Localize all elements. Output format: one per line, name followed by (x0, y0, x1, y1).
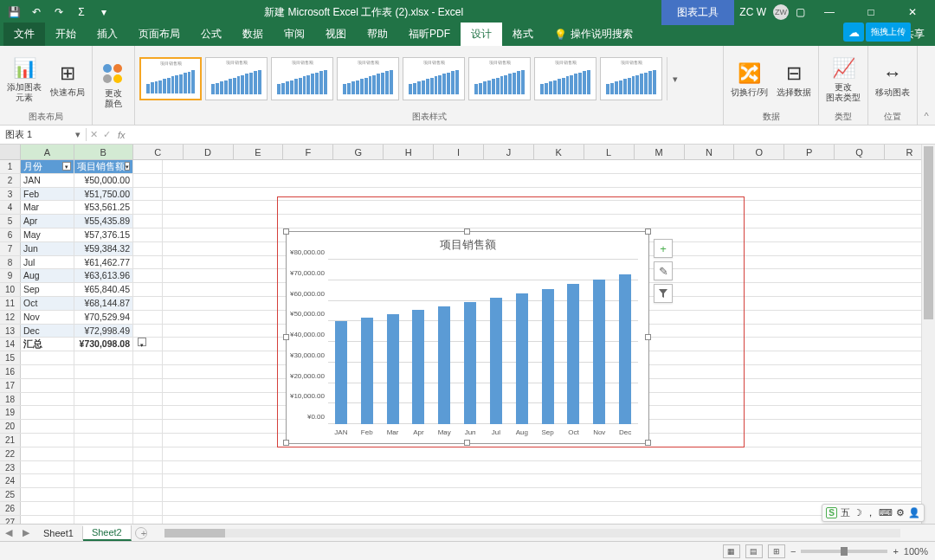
formula-input[interactable] (129, 130, 935, 140)
row-header[interactable]: 4 (0, 201, 21, 214)
row-header[interactable]: 15 (0, 351, 21, 364)
ime-punct-icon[interactable]: ， (866, 506, 875, 519)
enter-formula-icon[interactable]: ✓ (103, 129, 111, 140)
row-header[interactable]: 19 (0, 406, 21, 419)
chart-bar[interactable] (335, 321, 347, 424)
resize-handle[interactable] (464, 229, 470, 235)
name-box[interactable]: 图表 1▾ (0, 128, 87, 141)
spreadsheet-grid[interactable]: ABCDEFGHIJKLMNOPQR 1月份▾项目销售额▾2JAN¥50,000… (0, 145, 935, 524)
column-header-L[interactable]: L (584, 145, 635, 159)
chart-title[interactable]: 项目销售额 (287, 232, 648, 254)
chart-styles-more-icon[interactable]: ▾ (667, 57, 682, 100)
resize-handle[interactable] (283, 334, 289, 340)
cell-month[interactable]: Sep (21, 283, 74, 296)
autosum-icon[interactable]: Σ (73, 3, 90, 21)
chart-bar[interactable] (387, 314, 399, 424)
sheet-nav-prev-icon[interactable]: ◀ (0, 527, 17, 538)
column-header-E[interactable]: E (234, 145, 284, 159)
cell-month[interactable]: Nov (21, 311, 74, 324)
row-header[interactable]: 1 (0, 160, 21, 173)
resize-handle[interactable] (645, 440, 651, 446)
row-header[interactable]: 10 (0, 283, 21, 296)
chart-style-thumb[interactable]: 项目销售额 (403, 57, 465, 100)
cell-value[interactable]: ¥55,435.89 (74, 215, 133, 228)
qat-dropdown-icon[interactable]: ▾ (95, 3, 113, 21)
row-header[interactable]: 9 (0, 269, 21, 282)
resize-handle[interactable] (645, 334, 651, 340)
chart-styles-button[interactable]: ✎ (654, 261, 673, 280)
row-header[interactable]: 7 (0, 242, 21, 255)
sheet-tab-sheet1[interactable]: Sheet1 (35, 526, 83, 540)
chart-style-thumb[interactable]: 项目销售额 (139, 57, 202, 100)
chart-bar[interactable] (412, 310, 424, 424)
cell-month[interactable]: Apr (21, 215, 74, 228)
column-header-D[interactable]: D (184, 145, 234, 159)
column-header-H[interactable]: H (384, 145, 434, 159)
column-header-G[interactable]: G (333, 145, 384, 159)
column-header-F[interactable]: F (283, 145, 333, 159)
user-avatar[interactable]: ZW (773, 4, 789, 20)
column-header-M[interactable]: M (635, 145, 685, 159)
tab-file[interactable]: 文件 (3, 23, 45, 46)
add-chart-element-button[interactable]: 📊添加图表 元素 (3, 53, 45, 105)
chart-plot-area[interactable]: ¥0.00¥10,000.00¥20,000.00¥30,000.00¥40,0… (328, 260, 638, 424)
tab-foxit-pdf[interactable]: 福昕PDF (398, 23, 461, 46)
row-header[interactable]: 12 (0, 311, 21, 324)
cell-month[interactable]: Dec (21, 325, 74, 338)
chart-bar[interactable] (567, 284, 579, 424)
close-button[interactable]: ✕ (895, 0, 930, 24)
cell-value[interactable]: ¥61,462.77 (74, 256, 133, 269)
chart-elements-button[interactable]: + (654, 239, 673, 258)
sheet-nav-next-icon[interactable]: ▶ (17, 527, 35, 538)
ribbon-display-icon[interactable]: ▢ (796, 6, 805, 18)
column-header-C[interactable]: C (133, 145, 184, 159)
page-layout-view-icon[interactable]: ▤ (745, 544, 763, 558)
row-header[interactable]: 21 (0, 434, 21, 447)
cell-month[interactable]: Feb (21, 188, 74, 201)
chart-bar[interactable] (464, 302, 476, 424)
horizontal-scrollbar[interactable] (164, 527, 900, 539)
cell-month[interactable]: Jul (21, 256, 74, 269)
add-sheet-button[interactable]: + (135, 527, 147, 539)
column-header-A[interactable]: A (21, 145, 74, 159)
row-header[interactable]: 16 (0, 365, 21, 378)
cell-month[interactable]: Oct (21, 297, 74, 310)
switch-row-col-button[interactable]: 🔀切换行/列 (727, 58, 771, 100)
zoom-in-button[interactable]: + (893, 546, 898, 557)
tab-review[interactable]: 审阅 (274, 23, 315, 46)
embedded-chart[interactable]: 项目销售额 ¥0.00¥10,000.00¥20,000.00¥30,000.0… (286, 231, 649, 444)
quick-layout-button[interactable]: ⊞快速布局 (47, 58, 88, 100)
chart-bar[interactable] (361, 318, 373, 424)
cell-month[interactable]: Jun (21, 242, 74, 255)
row-header[interactable]: 24 (0, 474, 21, 487)
cell-value[interactable]: ¥63,613.96 (74, 269, 133, 282)
chart-style-thumb[interactable]: 项目销售额 (534, 57, 596, 100)
ime-keyboard-icon[interactable]: ⌨ (879, 507, 893, 518)
table-header-sales[interactable]: 项目销售额▾ (74, 160, 133, 173)
tab-design[interactable]: 设计 (461, 23, 502, 46)
undo-icon[interactable]: ↶ (28, 3, 45, 21)
chart-style-thumb[interactable]: 项目销售额 (468, 57, 531, 100)
tab-view[interactable]: 视图 (315, 23, 357, 46)
fx-label[interactable]: fx (114, 130, 129, 140)
resize-handle[interactable] (464, 440, 470, 446)
chart-style-thumb[interactable]: 项目销售额 (337, 57, 399, 100)
row-header[interactable]: 17 (0, 379, 21, 392)
column-header-Q[interactable]: Q (835, 145, 885, 159)
row-header[interactable]: 11 (0, 297, 21, 310)
cell-month[interactable]: May (21, 229, 74, 241)
row-header[interactable]: 23 (0, 461, 21, 474)
cell-month[interactable]: Mar (21, 201, 74, 214)
cell-value[interactable]: ¥51,750.00 (74, 188, 133, 201)
column-header-I[interactable]: I (434, 145, 484, 159)
row-header[interactable]: 13 (0, 325, 21, 338)
cell-value[interactable]: ¥50,000.00 (74, 174, 133, 187)
tab-help[interactable]: 帮助 (357, 23, 398, 46)
row-header[interactable]: 22 (0, 447, 21, 460)
save-icon[interactable]: 💾 (5, 3, 23, 21)
zoom-out-button[interactable]: − (790, 546, 796, 557)
column-header-P[interactable]: P (784, 145, 835, 159)
total-label[interactable]: 汇总 (21, 338, 74, 351)
tab-page-layout[interactable]: 页面布局 (128, 23, 190, 46)
row-header[interactable]: 8 (0, 256, 21, 269)
